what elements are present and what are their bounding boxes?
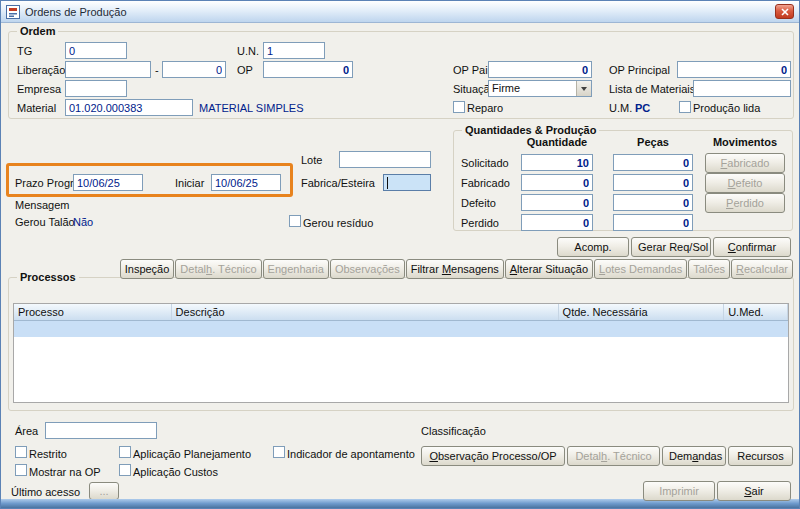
lote-input[interactable]: [339, 151, 431, 168]
lote-label: Lote: [301, 154, 322, 167]
iniciar-label: Iniciar: [175, 177, 204, 190]
fabricado-row-label: Fabricado: [461, 177, 510, 190]
lista-materiais-input[interactable]: [693, 80, 791, 97]
gerou-residuo-checkbox[interactable]: [289, 215, 301, 227]
solicitado-row-label: Solicitado: [461, 157, 509, 170]
movimento-perdido-button: Perdido: [705, 193, 785, 213]
ordem-group-label: Ordem: [17, 25, 58, 37]
defeito-quantidade-input[interactable]: [521, 194, 593, 211]
defeito-pecas-input[interactable]: [613, 194, 693, 211]
window-icon: [6, 5, 20, 19]
area-label: Área: [15, 425, 38, 438]
indicador-apontamento-label: Indicador de apontamento: [287, 448, 415, 461]
op-principal-label: OP Principal: [609, 64, 670, 77]
more-button: ...: [89, 482, 119, 500]
text-cursor: [387, 177, 388, 189]
material-input[interactable]: [65, 99, 193, 116]
titlebar[interactable]: Ordens de Produção: [1, 1, 799, 23]
fabrica-esteira-label: Fabrica/Esteira: [301, 177, 375, 190]
prazo-progr-label: Prazo Progr.: [15, 177, 76, 190]
action-confirmar-button[interactable]: Confirmar: [713, 237, 791, 257]
toolbar-taloes-button: Talões: [688, 259, 730, 279]
aplicacao-custos-checkbox[interactable]: [119, 464, 131, 476]
perdido-pecas-input[interactable]: [613, 214, 693, 231]
op-pai-label: OP Pai: [453, 64, 488, 77]
process-actions: Observação Processo/OPDetalh. TécnicoDem…: [421, 446, 793, 466]
area-input[interactable]: [45, 422, 157, 439]
close-button[interactable]: [775, 4, 794, 19]
perdido-row-label: Perdido: [461, 217, 499, 230]
fabricado-quantidade-input[interactable]: [521, 174, 593, 191]
close-icon: [781, 8, 789, 16]
processos-column-qtde-necessaria[interactable]: Qtde. Necessária: [559, 304, 725, 320]
op-principal-input[interactable]: [677, 61, 791, 78]
mensagem-label: Mensagem: [15, 199, 69, 212]
material-description: MATERIAL SIMPLES: [199, 102, 304, 115]
pecas-column-header: Peças: [613, 136, 693, 149]
processos-column-processo[interactable]: Processo: [14, 304, 172, 320]
op-pai-input[interactable]: [488, 61, 592, 78]
gerou-talao-label: Gerou Talão: [15, 216, 75, 229]
processos-row[interactable]: [14, 321, 788, 337]
indicador-apontamento-checkbox[interactable]: [273, 446, 285, 458]
toolbar-recalcular-button: Recalcular: [731, 259, 793, 279]
aplicacao-planejamento-checkbox[interactable]: [119, 446, 131, 458]
situacao-select[interactable]: Firme: [488, 80, 592, 97]
solicitado-quantidade-input[interactable]: [521, 154, 593, 171]
aplicacao-planejamento-label: Aplicação Planejamento: [133, 448, 251, 461]
liberacao-input-1[interactable]: [65, 61, 151, 78]
situacao-value: Firme: [492, 81, 520, 96]
process-action-observacao-processo-op-button[interactable]: Observação Processo/OP: [421, 446, 565, 466]
toolbar-engenharia-button: Engenharia: [263, 259, 329, 279]
producao-lida-checkbox[interactable]: [679, 101, 691, 113]
empresa-label: Empresa: [17, 83, 61, 96]
um-label: U.M.: [609, 102, 632, 115]
footer-actions: ImprimirSair: [643, 481, 791, 501]
processos-column-descricao[interactable]: Descrição: [172, 304, 559, 320]
processos-group-label: Processos: [17, 271, 79, 283]
toolbar-alterar-situacao-button[interactable]: Alterar Situação: [505, 259, 593, 279]
op-input[interactable]: [263, 61, 353, 78]
restrito-label: Restrito: [29, 448, 67, 461]
mostrar-na-op-checkbox[interactable]: [15, 464, 27, 476]
aplicacao-custos-label: Aplicação Custos: [133, 466, 218, 479]
process-action-recursos-button[interactable]: Recursos: [728, 446, 793, 466]
order-actions: Acomp.Gerar Req/SolConfirmar: [557, 237, 791, 257]
classificacao-label: Classificação: [421, 425, 486, 438]
mostrar-na-op-label: Mostrar na OP: [29, 466, 101, 479]
tg-input[interactable]: [65, 42, 127, 59]
solicitado-pecas-input[interactable]: [613, 154, 693, 171]
fabricado-pecas-input[interactable]: [613, 174, 693, 191]
liberacao-input-2[interactable]: [162, 61, 226, 78]
producao-lida-label: Produção lida: [693, 102, 760, 115]
toolbar: InspeçãoDetalh. TécnicoEngenhariaObserva…: [107, 259, 793, 279]
material-label: Material: [17, 102, 56, 115]
chevron-down-icon[interactable]: [576, 81, 591, 96]
processos-table: ProcessoDescriçãoQtde. NecessáriaU.Med.: [13, 303, 789, 403]
footer-sair-button[interactable]: Sair: [717, 481, 791, 501]
perdido-quantidade-input[interactable]: [521, 214, 593, 231]
empresa-input[interactable]: [65, 80, 127, 97]
movimento-fabricado-button: Fabricado: [705, 153, 785, 173]
ordens-producao-window: Ordens de Produção Ordem TG U.N. Liberaç…: [0, 0, 800, 509]
un-input[interactable]: [263, 42, 325, 59]
tg-label: TG: [17, 45, 32, 58]
processos-header-row: ProcessoDescriçãoQtde. NecessáriaU.Med.: [14, 304, 788, 321]
action-acomp-button[interactable]: Acomp.: [557, 237, 629, 257]
action-gerar-req-sol-button[interactable]: Gerar Req/Sol: [631, 237, 711, 257]
restrito-checkbox[interactable]: [15, 446, 27, 458]
toolbar-filtrar-mensagens-button[interactable]: Filtrar Mensagens: [406, 259, 504, 279]
iniciar-input[interactable]: [211, 174, 281, 191]
reparo-checkbox[interactable]: [453, 101, 465, 113]
prazo-progr-input[interactable]: [73, 174, 143, 191]
fabrica-esteira-input[interactable]: [383, 174, 431, 191]
movimento-defeito-button: Defeito: [705, 173, 785, 193]
toolbar-observacoes-button: Observações: [330, 259, 405, 279]
un-label: U.N.: [237, 45, 259, 58]
liberacao-label: Liberação: [17, 64, 65, 77]
process-action-demandas-button[interactable]: Demandas: [662, 446, 726, 466]
movimentos-column-header: Movimentos: [705, 136, 785, 149]
toolbar-inspecao-button[interactable]: Inspeção: [120, 259, 175, 279]
quantidade-column-header: Quantidade: [521, 136, 593, 149]
processos-column-u-med[interactable]: U.Med.: [724, 304, 788, 320]
